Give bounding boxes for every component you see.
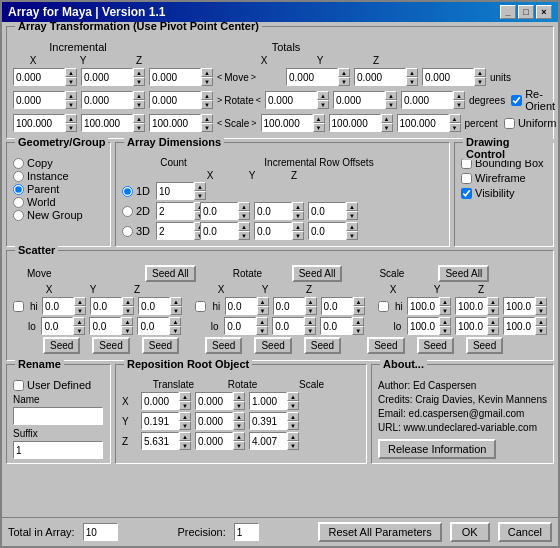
count-3d[interactable] xyxy=(156,222,194,240)
sx-down[interactable]: ▼ xyxy=(287,401,299,410)
s-move-lo-y[interactable] xyxy=(89,317,121,335)
s-sc-lo-y[interactable] xyxy=(455,317,487,335)
tot-rotate-x-up[interactable]: ▲ xyxy=(317,91,329,100)
incr-move-z-up[interactable]: ▲ xyxy=(201,68,213,77)
parent-radio[interactable] xyxy=(13,184,24,195)
ty-down[interactable]: ▼ xyxy=(179,421,191,430)
y-2d[interactable] xyxy=(254,202,292,220)
scatter-move-seed-btn2[interactable]: Seed xyxy=(92,337,129,354)
sy-down[interactable]: ▼ xyxy=(287,421,299,430)
tot-scale-y[interactable] xyxy=(329,114,381,132)
user-defined-checkbox[interactable] xyxy=(13,380,24,391)
ry-input[interactable] xyxy=(195,412,233,430)
scatter-rotate-seed-btn3[interactable]: Seed xyxy=(304,337,341,354)
s-sc-lo-x-up[interactable]: ▲ xyxy=(439,317,451,326)
s-rot-lo-x[interactable] xyxy=(224,317,256,335)
scatter-scale-checkbox[interactable] xyxy=(378,301,389,312)
tot-scale-x-up[interactable]: ▲ xyxy=(313,114,325,123)
incr-rotate-z-up[interactable]: ▲ xyxy=(201,91,213,100)
incr-scale-y-down[interactable]: ▼ xyxy=(133,123,145,132)
incr-move-x-up[interactable]: ▲ xyxy=(65,68,77,77)
s-move-lo-x-down[interactable]: ▼ xyxy=(73,326,85,335)
incr-rotate-x[interactable] xyxy=(13,91,65,109)
sz-up[interactable]: ▲ xyxy=(287,432,299,441)
s-sc-hi-y-down[interactable]: ▼ xyxy=(487,306,499,315)
s-rot-hi-y[interactable] xyxy=(273,297,305,315)
x-2d-up[interactable]: ▲ xyxy=(238,202,250,211)
cancel-button[interactable]: Cancel xyxy=(498,522,552,542)
minimize-button[interactable]: _ xyxy=(500,5,516,19)
visibility-checkbox[interactable] xyxy=(461,188,472,199)
count-2d[interactable] xyxy=(156,202,194,220)
tz-input[interactable] xyxy=(141,432,179,450)
z-2d[interactable] xyxy=(308,202,346,220)
rz-down[interactable]: ▼ xyxy=(233,441,245,450)
scatter-move-checkbox[interactable] xyxy=(13,301,24,312)
dim-1d-radio[interactable] xyxy=(122,186,133,197)
s-sc-hi-x-down[interactable]: ▼ xyxy=(439,306,451,315)
s-rot-lo-y[interactable] xyxy=(272,317,304,335)
s-rot-hi-z[interactable] xyxy=(321,297,353,315)
sx-input[interactable] xyxy=(249,392,287,410)
scatter-move-seed-btn[interactable]: Seed xyxy=(43,337,80,354)
s-move-lo-z-up[interactable]: ▲ xyxy=(169,317,181,326)
incr-rotate-z[interactable] xyxy=(149,91,201,109)
copy-radio[interactable] xyxy=(13,158,24,169)
incr-move-z-down[interactable]: ▼ xyxy=(201,77,213,86)
rx-input[interactable] xyxy=(195,392,233,410)
y-3d[interactable] xyxy=(254,222,292,240)
s-rot-lo-y-up[interactable]: ▲ xyxy=(304,317,316,326)
suffix-input[interactable] xyxy=(13,441,103,459)
s-move-lo-z[interactable] xyxy=(137,317,169,335)
world-radio[interactable] xyxy=(13,197,24,208)
rx-down[interactable]: ▼ xyxy=(233,401,245,410)
tot-rotate-x-down[interactable]: ▼ xyxy=(317,100,329,109)
z-3d-down[interactable]: ▼ xyxy=(346,231,358,240)
ty-up[interactable]: ▲ xyxy=(179,412,191,421)
tot-move-y[interactable] xyxy=(354,68,406,86)
tot-scale-x[interactable] xyxy=(261,114,313,132)
incr-rotate-y-up[interactable]: ▲ xyxy=(133,91,145,100)
sy-up[interactable]: ▲ xyxy=(287,412,299,421)
s-rot-lo-x-up[interactable]: ▲ xyxy=(256,317,268,326)
ry-up[interactable]: ▲ xyxy=(233,412,245,421)
rz-input[interactable] xyxy=(195,432,233,450)
incr-rotate-z-down[interactable]: ▼ xyxy=(201,100,213,109)
s-move-hi-x-down[interactable]: ▼ xyxy=(74,306,86,315)
uniform-checkbox[interactable] xyxy=(504,118,515,129)
s-move-hi-y[interactable] xyxy=(90,297,122,315)
z-3d[interactable] xyxy=(308,222,346,240)
tx-input[interactable] xyxy=(141,392,179,410)
s-rot-hi-x-up[interactable]: ▲ xyxy=(257,297,269,306)
incr-move-x-down[interactable]: ▼ xyxy=(65,77,77,86)
s-move-hi-z-down[interactable]: ▼ xyxy=(170,306,182,315)
s-sc-hi-z-down[interactable]: ▼ xyxy=(535,306,547,315)
tot-move-x[interactable] xyxy=(286,68,338,86)
tot-rotate-z-down[interactable]: ▼ xyxy=(453,100,465,109)
scatter-scale-seed-btn3[interactable]: Seed xyxy=(466,337,503,354)
x-3d-down[interactable]: ▼ xyxy=(238,231,250,240)
incr-rotate-y[interactable] xyxy=(81,91,133,109)
total-value[interactable] xyxy=(83,523,118,541)
tot-scale-z-up[interactable]: ▲ xyxy=(449,114,461,123)
incr-move-z[interactable] xyxy=(149,68,201,86)
rx-up[interactable]: ▲ xyxy=(233,392,245,401)
maximize-button[interactable]: □ xyxy=(518,5,534,19)
tot-scale-z[interactable] xyxy=(397,114,449,132)
x-3d[interactable] xyxy=(200,222,238,240)
x-3d-up[interactable]: ▲ xyxy=(238,222,250,231)
count-1d-down[interactable]: ▼ xyxy=(194,191,206,200)
count-1d[interactable] xyxy=(156,182,194,200)
tot-rotate-y-down[interactable]: ▼ xyxy=(385,100,397,109)
tot-rotate-z-up[interactable]: ▲ xyxy=(453,91,465,100)
scatter-move-seed-btn3[interactable]: Seed xyxy=(142,337,179,354)
s-sc-lo-z[interactable] xyxy=(503,317,535,335)
tot-move-x-down[interactable]: ▼ xyxy=(338,77,350,86)
scatter-scale-seed-all[interactable]: Seed All xyxy=(438,265,489,282)
tot-scale-y-down[interactable]: ▼ xyxy=(381,123,393,132)
s-rot-lo-x-down[interactable]: ▼ xyxy=(256,326,268,335)
tot-rotate-z[interactable] xyxy=(401,91,453,109)
y-2d-up[interactable]: ▲ xyxy=(292,202,304,211)
ty-input[interactable] xyxy=(141,412,179,430)
tx-up[interactable]: ▲ xyxy=(179,392,191,401)
